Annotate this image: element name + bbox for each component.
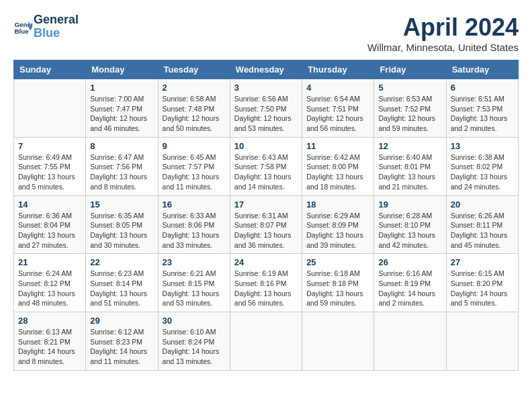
calendar-day-cell: 16Sunrise: 6:33 AMSunset: 8:06 PMDayligh… [158, 195, 230, 254]
day-number: 14 [18, 199, 81, 210]
day-number: 9 [163, 141, 226, 151]
day-info: Sunrise: 6:54 AMSunset: 7:51 PMDaylight:… [306, 94, 369, 134]
calendar-header: SundayMondayTuesdayWednesdayThursdayFrid… [14, 60, 519, 79]
calendar-day-cell: 22Sunrise: 6:23 AMSunset: 8:14 PMDayligh… [86, 254, 158, 312]
day-info: Sunrise: 6:12 AMSunset: 8:23 PMDaylight:… [90, 327, 153, 367]
day-number: 19 [378, 199, 441, 210]
day-info: Sunrise: 6:16 AMSunset: 8:19 PMDaylight:… [378, 269, 441, 308]
calendar-day-cell: 4Sunrise: 6:54 AMSunset: 7:51 PMDaylight… [302, 79, 374, 138]
day-info: Sunrise: 6:10 AMSunset: 8:24 PMDaylight:… [163, 327, 226, 367]
title-block: April 2024 Willmar, Minnesota, United St… [367, 13, 519, 53]
calendar-day-cell: 23Sunrise: 6:21 AMSunset: 8:15 PMDayligh… [158, 254, 230, 312]
day-info: Sunrise: 6:43 AMSunset: 7:58 PMDaylight:… [234, 152, 298, 192]
calendar-day-cell: 11Sunrise: 6:42 AMSunset: 8:00 PMDayligh… [302, 137, 374, 195]
calendar-day-cell: 26Sunrise: 6:16 AMSunset: 8:19 PMDayligh… [374, 254, 446, 312]
day-info: Sunrise: 6:45 AMSunset: 7:57 PMDaylight:… [163, 152, 226, 192]
calendar-day-cell [446, 312, 518, 371]
calendar-day-cell: 30Sunrise: 6:10 AMSunset: 8:24 PMDayligh… [158, 312, 230, 371]
calendar-day-cell [302, 312, 374, 371]
calendar-day-cell: 15Sunrise: 6:35 AMSunset: 8:05 PMDayligh… [86, 195, 158, 254]
day-info: Sunrise: 6:24 AMSunset: 8:12 PMDaylight:… [18, 269, 81, 308]
calendar-day-cell: 12Sunrise: 6:40 AMSunset: 8:01 PMDayligh… [374, 137, 446, 195]
day-info: Sunrise: 6:47 AMSunset: 7:56 PMDaylight:… [90, 152, 153, 192]
day-number: 7 [18, 141, 81, 151]
day-info: Sunrise: 6:28 AMSunset: 8:10 PMDaylight:… [378, 211, 441, 250]
svg-marker-3 [28, 27, 32, 31]
calendar-day-cell [14, 79, 86, 138]
day-number: 15 [90, 199, 153, 210]
calendar-day-cell: 10Sunrise: 6:43 AMSunset: 7:58 PMDayligh… [230, 137, 302, 195]
logo-text-line2: Blue [34, 27, 79, 40]
calendar-day-cell: 27Sunrise: 6:15 AMSunset: 8:20 PMDayligh… [446, 254, 518, 312]
calendar-day-cell: 21Sunrise: 6:24 AMSunset: 8:12 PMDayligh… [14, 254, 86, 312]
calendar-week-row: 1Sunrise: 7:00 AMSunset: 7:47 PMDaylight… [14, 79, 519, 138]
weekday-header: Monday [86, 60, 158, 79]
weekday-header: Tuesday [158, 60, 230, 79]
month-title: April 2024 [367, 13, 519, 42]
calendar-day-cell: 2Sunrise: 6:58 AMSunset: 7:48 PMDaylight… [158, 79, 230, 138]
calendar-day-cell: 25Sunrise: 6:18 AMSunset: 8:18 PMDayligh… [302, 254, 374, 312]
location: Willmar, Minnesota, United States [367, 42, 519, 53]
day-info: Sunrise: 6:29 AMSunset: 8:09 PMDaylight:… [306, 211, 369, 250]
calendar-body: 1Sunrise: 7:00 AMSunset: 7:47 PMDaylight… [14, 79, 519, 371]
weekday-header: Friday [374, 60, 446, 79]
day-number: 13 [451, 141, 514, 151]
day-number: 10 [234, 141, 298, 151]
day-info: Sunrise: 6:51 AMSunset: 7:53 PMDaylight:… [451, 94, 514, 134]
calendar-day-cell: 20Sunrise: 6:26 AMSunset: 8:11 PMDayligh… [446, 195, 518, 254]
day-number: 6 [451, 83, 514, 93]
calendar-day-cell: 14Sunrise: 6:36 AMSunset: 8:04 PMDayligh… [14, 195, 86, 254]
calendar-week-row: 21Sunrise: 6:24 AMSunset: 8:12 PMDayligh… [14, 254, 519, 312]
calendar-day-cell [230, 312, 302, 371]
day-info: Sunrise: 6:19 AMSunset: 8:16 PMDaylight:… [234, 269, 298, 308]
weekday-header: Saturday [446, 60, 518, 79]
day-info: Sunrise: 6:38 AMSunset: 8:02 PMDaylight:… [451, 152, 514, 192]
day-number: 4 [306, 83, 369, 93]
day-number: 17 [234, 199, 298, 210]
day-number: 2 [163, 83, 226, 93]
calendar-day-cell: 7Sunrise: 6:49 AMSunset: 7:55 PMDaylight… [14, 137, 86, 195]
day-number: 29 [90, 316, 153, 326]
calendar-day-cell [374, 312, 446, 371]
day-info: Sunrise: 6:42 AMSunset: 8:00 PMDaylight:… [306, 152, 369, 192]
weekday-header: Wednesday [230, 60, 302, 79]
calendar-day-cell: 24Sunrise: 6:19 AMSunset: 8:16 PMDayligh… [230, 254, 302, 312]
calendar-day-cell: 18Sunrise: 6:29 AMSunset: 8:09 PMDayligh… [302, 195, 374, 254]
day-info: Sunrise: 6:40 AMSunset: 8:01 PMDaylight:… [378, 152, 441, 192]
day-info: Sunrise: 6:49 AMSunset: 7:55 PMDaylight:… [18, 152, 81, 192]
day-info: Sunrise: 6:36 AMSunset: 8:04 PMDaylight:… [18, 211, 81, 250]
logo-text-line1: General [34, 13, 79, 27]
day-info: Sunrise: 6:53 AMSunset: 7:52 PMDaylight:… [378, 94, 441, 134]
day-info: Sunrise: 6:33 AMSunset: 8:06 PMDaylight:… [163, 211, 226, 250]
day-info: Sunrise: 6:31 AMSunset: 8:07 PMDaylight:… [234, 211, 298, 250]
calendar-week-row: 7Sunrise: 6:49 AMSunset: 7:55 PMDaylight… [14, 137, 519, 195]
day-number: 12 [378, 141, 441, 151]
calendar-day-cell: 1Sunrise: 7:00 AMSunset: 7:47 PMDaylight… [86, 79, 158, 138]
calendar-table: SundayMondayTuesdayWednesdayThursdayFrid… [13, 60, 519, 371]
calendar-day-cell: 8Sunrise: 6:47 AMSunset: 7:56 PMDaylight… [86, 137, 158, 195]
calendar-week-row: 28Sunrise: 6:13 AMSunset: 8:21 PMDayligh… [14, 312, 519, 371]
day-info: Sunrise: 6:21 AMSunset: 8:15 PMDaylight:… [163, 269, 226, 308]
svg-text:Blue: Blue [14, 28, 29, 35]
calendar-day-cell: 17Sunrise: 6:31 AMSunset: 8:07 PMDayligh… [230, 195, 302, 254]
calendar-day-cell: 29Sunrise: 6:12 AMSunset: 8:23 PMDayligh… [86, 312, 158, 371]
day-number: 5 [378, 83, 441, 93]
day-info: Sunrise: 6:58 AMSunset: 7:48 PMDaylight:… [163, 94, 226, 134]
day-number: 22 [90, 257, 153, 267]
calendar-day-cell: 6Sunrise: 6:51 AMSunset: 7:53 PMDaylight… [446, 79, 518, 138]
day-number: 1 [90, 83, 153, 93]
day-number: 24 [234, 257, 298, 267]
logo-icon: General Blue [13, 17, 32, 36]
day-info: Sunrise: 6:15 AMSunset: 8:20 PMDaylight:… [451, 269, 514, 308]
day-number: 16 [163, 199, 226, 210]
day-number: 3 [234, 83, 298, 93]
day-info: Sunrise: 6:18 AMSunset: 8:18 PMDaylight:… [306, 269, 369, 308]
day-number: 27 [451, 257, 514, 267]
day-info: Sunrise: 6:26 AMSunset: 8:11 PMDaylight:… [451, 211, 514, 250]
day-number: 18 [306, 199, 369, 210]
logo: General Blue General Blue [13, 13, 79, 40]
day-number: 21 [18, 257, 81, 267]
day-number: 20 [451, 199, 514, 210]
weekday-header: Thursday [302, 60, 374, 79]
calendar-day-cell: 9Sunrise: 6:45 AMSunset: 7:57 PMDaylight… [158, 137, 230, 195]
